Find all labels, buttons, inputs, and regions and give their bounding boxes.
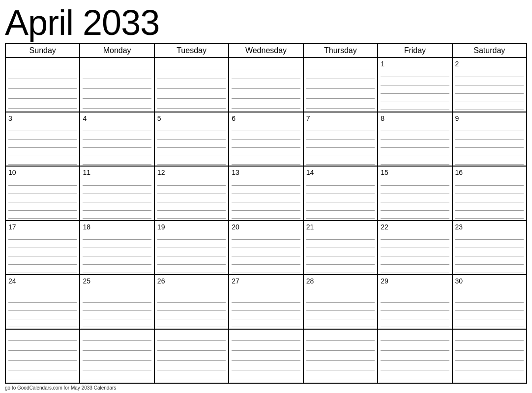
calendar-line — [83, 354, 151, 361]
lines-container — [83, 123, 151, 165]
calendar-title: April 2033 — [5, 5, 527, 40]
day-cell: 7 — [304, 112, 378, 166]
calendar-line — [8, 158, 77, 165]
calendar-line — [8, 133, 77, 140]
day-cell — [80, 330, 154, 383]
day-number: 7 — [306, 114, 375, 123]
lines-container — [381, 232, 449, 273]
calendar-line — [83, 92, 151, 99]
calendar-line — [306, 250, 375, 256]
day-header-thursday: Thursday — [304, 44, 378, 57]
calendar-line — [455, 212, 524, 219]
lines-container — [232, 123, 300, 165]
calendar-line — [455, 141, 524, 148]
calendar-line — [232, 354, 300, 361]
calendar-line — [306, 241, 375, 248]
calendar-line — [381, 124, 449, 131]
day-cell: 14 — [304, 167, 378, 220]
lines-container — [157, 332, 226, 382]
calendar-line — [232, 296, 300, 303]
day-cell: 16 — [453, 167, 527, 220]
calendar-line — [232, 196, 300, 202]
calendar-line — [381, 364, 449, 370]
calendar-line — [232, 241, 300, 248]
calendar-line — [157, 158, 226, 165]
footer-text: go to GoodCalendars.com for May 2033 Cal… — [5, 384, 527, 391]
day-number: 18 — [83, 223, 151, 231]
calendar-line — [8, 241, 77, 248]
calendar-line — [157, 250, 226, 256]
lines-container — [157, 232, 226, 273]
calendar-line — [83, 149, 151, 156]
calendar-line — [232, 364, 300, 370]
day-cell — [304, 330, 378, 383]
day-number: 2 — [455, 60, 524, 68]
calendar-line — [455, 258, 524, 265]
calendar-line — [8, 354, 77, 361]
calendar-line — [306, 321, 375, 328]
week-row-2: 10111213141516 — [6, 167, 527, 221]
calendar-line — [157, 141, 226, 148]
day-number: 6 — [232, 114, 300, 123]
lines-container — [455, 332, 524, 382]
calendar-line — [455, 296, 524, 303]
calendar-line — [83, 364, 151, 370]
calendar-line — [306, 304, 375, 311]
calendar-line — [455, 233, 524, 240]
calendar-line — [306, 364, 375, 370]
day-cell: 20 — [229, 221, 303, 275]
day-headers-row: SundayMondayTuesdayWednesdayThursdayFrid… — [6, 44, 527, 58]
calendar-line — [232, 149, 300, 156]
day-number: 1 — [381, 60, 449, 68]
day-number: 29 — [381, 277, 449, 285]
lines-container — [232, 232, 300, 273]
day-number: 19 — [157, 223, 226, 231]
day-number: 5 — [157, 114, 226, 123]
lines-container — [232, 332, 300, 382]
day-number: 28 — [306, 277, 375, 285]
lines-container — [306, 232, 375, 273]
calendar-line — [232, 344, 300, 351]
calendar-line — [306, 287, 375, 294]
day-cell — [155, 58, 229, 112]
day-cell: 3 — [6, 112, 80, 166]
day-number: 9 — [455, 114, 524, 123]
calendar-line — [157, 258, 226, 265]
day-number: 13 — [232, 168, 300, 177]
calendar-line — [381, 104, 449, 111]
day-number: 24 — [8, 277, 77, 285]
day-cell: 29 — [378, 275, 452, 329]
lines-container — [306, 60, 375, 111]
calendar-line — [306, 373, 375, 380]
lines-container — [83, 178, 151, 219]
calendar-line — [232, 92, 300, 99]
lines-container — [306, 123, 375, 165]
calendar-line — [455, 124, 524, 131]
calendar-line — [157, 266, 226, 273]
calendar-line — [455, 334, 524, 341]
day-header-friday: Friday — [378, 44, 452, 57]
calendar-line — [8, 82, 77, 89]
day-cell — [304, 58, 378, 112]
calendar-line — [83, 82, 151, 89]
day-cell: 18 — [80, 221, 154, 275]
calendar-line — [232, 102, 300, 109]
calendar-line — [83, 241, 151, 248]
day-number: 21 — [306, 223, 375, 231]
calendar-line — [232, 287, 300, 294]
day-number: 4 — [83, 114, 151, 123]
calendar-line — [381, 241, 449, 248]
calendar-line — [157, 196, 226, 202]
day-number: 30 — [455, 277, 524, 285]
week-row-1: 3456789 — [6, 112, 527, 167]
calendar-line — [306, 334, 375, 341]
calendar-line — [381, 141, 449, 148]
calendar-line — [455, 364, 524, 370]
calendar-line — [157, 354, 226, 361]
day-header-wednesday: Wednesday — [229, 44, 303, 57]
calendar-line — [83, 296, 151, 303]
calendar-line — [455, 266, 524, 273]
calendar-line — [306, 296, 375, 303]
lines-container — [83, 60, 151, 111]
day-cell: 17 — [6, 221, 80, 275]
